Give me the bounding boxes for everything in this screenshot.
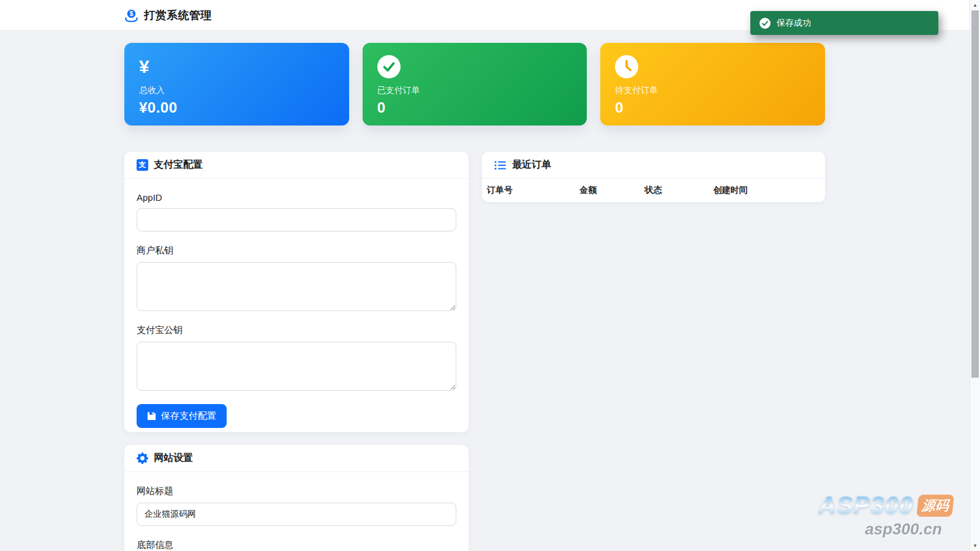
footer-info-label: 底部信息	[137, 539, 456, 551]
appid-input[interactable]	[137, 208, 456, 231]
col-status: 状态	[640, 179, 709, 202]
svg-text:$: $	[130, 10, 134, 17]
watermark-domain: asp300.cn	[818, 520, 942, 539]
toast-message: 保存成功	[777, 18, 811, 29]
site-title-label: 网站标题	[137, 485, 456, 497]
save-payment-config-button[interactable]: 保存支付配置	[137, 404, 227, 428]
stat-card-pending-orders: 待支付订单 0	[600, 43, 825, 126]
alipay-public-key-group: 支付宝公钥	[137, 324, 456, 391]
app-title: 打赏系统管理	[144, 8, 212, 23]
gear-icon	[137, 452, 148, 464]
site-panel-title: 网站设置	[154, 452, 193, 465]
watermark-brand: ASP300	[818, 492, 913, 519]
site-settings-panel: 网站设置 网站标题 底部信息	[124, 445, 469, 551]
watermark-badge: 源码	[916, 495, 954, 517]
check-circle-icon	[377, 55, 573, 78]
stats-row: ¥ 总收入 ¥0.00 已支付订单 0	[124, 43, 825, 126]
stat-value: 0	[377, 99, 573, 116]
save-payment-config-label: 保存支付配置	[161, 410, 216, 422]
check-circle-icon	[760, 18, 771, 29]
appid-label: AppID	[137, 192, 456, 203]
recent-orders-panel: 最近订单 订单号 金额 状态 创建时间	[482, 152, 825, 202]
col-amount: 金额	[575, 179, 639, 202]
cash-coin-icon: $	[124, 9, 138, 23]
watermark-brand-row: ASP300 源码	[818, 492, 953, 519]
alipay-panel-title: 支付宝配置	[154, 159, 203, 171]
col-created-at: 创建时间	[709, 179, 825, 202]
watermark: ASP300 源码 asp300.cn	[818, 492, 953, 539]
vertical-scrollbar[interactable]: ▲ ▼	[970, 0, 980, 551]
alipay-config-panel: 支 支付宝配置 AppID 商户私钥 支付宝公钥	[124, 152, 469, 432]
toast-success: 保存成功	[750, 11, 938, 35]
stat-label: 已支付订单	[377, 85, 573, 96]
merchant-private-key-textarea[interactable]	[137, 262, 456, 311]
appid-group: AppID	[137, 192, 456, 231]
clock-icon	[615, 55, 810, 78]
stat-value: 0	[615, 99, 810, 116]
alipay-panel-body: AppID 商户私钥 支付宝公钥 保存支付配	[124, 179, 469, 439]
scrollbar-down-arrow[interactable]: ▼	[970, 541, 980, 550]
merchant-private-key-group: 商户私钥	[137, 245, 456, 311]
brand: $ 打赏系统管理	[124, 0, 212, 31]
alipay-panel-header: 支 支付宝配置	[124, 152, 469, 179]
footer-info-group: 底部信息	[137, 539, 456, 551]
stat-card-paid-orders: 已支付订单 0	[363, 43, 587, 126]
orders-panel-title: 最近订单	[512, 159, 551, 171]
site-panel-header: 网站设置	[124, 445, 469, 472]
orders-table-header-row: 订单号 金额 状态 创建时间	[482, 179, 825, 202]
yen-icon: ¥	[139, 55, 334, 78]
stat-value: ¥0.00	[139, 99, 334, 116]
stat-label: 待支付订单	[615, 85, 810, 96]
site-title-group: 网站标题	[137, 485, 456, 526]
main-content: ¥ 总收入 ¥0.00 已支付订单 0	[124, 0, 825, 551]
stat-card-revenue: ¥ 总收入 ¥0.00	[124, 43, 349, 126]
scrollbar-thumb[interactable]	[971, 10, 979, 378]
site-title-input[interactable]	[137, 503, 456, 526]
site-panel-body: 网站标题 底部信息	[124, 472, 469, 551]
save-icon	[147, 411, 156, 421]
orders-table: 订单号 金额 状态 创建时间	[482, 179, 825, 202]
stat-label: 总收入	[139, 85, 334, 96]
alipay-public-key-textarea[interactable]	[137, 342, 456, 391]
merchant-private-key-label: 商户私钥	[137, 245, 456, 257]
alipay-icon: 支	[137, 159, 148, 171]
col-order-id: 订单号	[482, 179, 575, 202]
dashboard-page: $ 打赏系统管理 ¥ 总收入 ¥0.00	[0, 0, 980, 551]
list-icon	[494, 160, 507, 171]
orders-panel-header: 最近订单	[482, 152, 825, 179]
scrollbar-up-arrow[interactable]: ▲	[970, 1, 980, 10]
alipay-public-key-label: 支付宝公钥	[137, 324, 456, 336]
